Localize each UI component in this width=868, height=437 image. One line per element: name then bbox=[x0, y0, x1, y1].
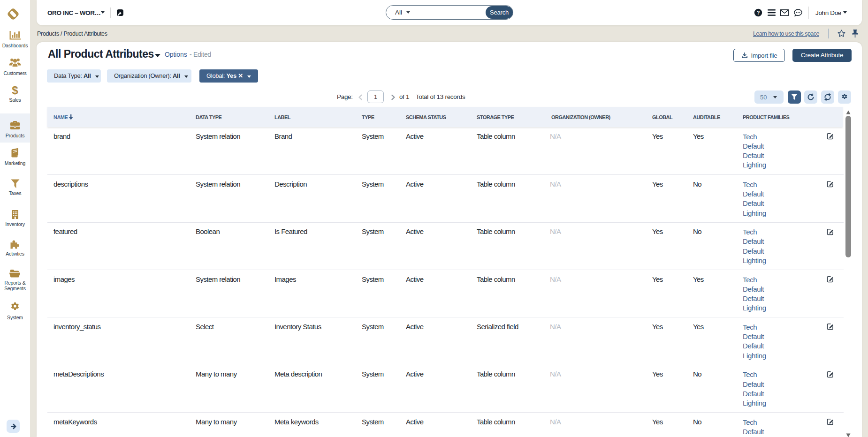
svg-text:?: ? bbox=[757, 10, 760, 15]
